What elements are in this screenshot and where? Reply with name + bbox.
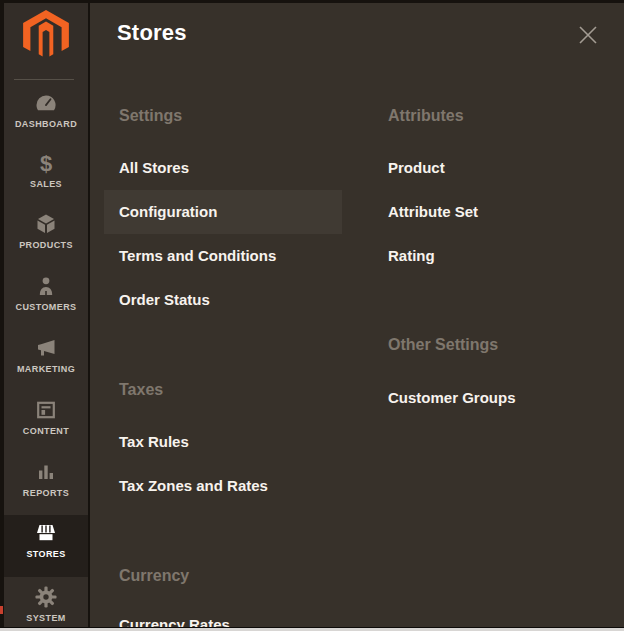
- menu-item-currency-rates[interactable]: Currency Rates: [104, 603, 342, 627]
- stores-flyout-menu: Stores Settings All Stores Configuration…: [90, 3, 624, 627]
- menu-item-tax-rules[interactable]: Tax Rules: [104, 420, 342, 464]
- admin-sidebar: DASHBOARD $ SALES PRODUCTS CUSTOMERS MAR…: [4, 3, 88, 627]
- section-header-other-settings: Other Settings: [388, 335, 498, 355]
- sidebar-item-label: CONTENT: [23, 426, 69, 436]
- sidebar-item-system[interactable]: SYSTEM: [4, 585, 88, 623]
- sidebar-item-sales[interactable]: $ SALES: [4, 151, 88, 189]
- sidebar-divider: [14, 79, 74, 80]
- sidebar-item-label: SYSTEM: [26, 613, 65, 623]
- bar-chart-icon: [34, 460, 58, 484]
- page-behind-strip: [0, 627, 624, 631]
- dashboard-gauge-icon: [34, 91, 58, 115]
- section-header-attributes: Attributes: [388, 106, 464, 126]
- section-header-currency: Currency: [119, 566, 189, 586]
- close-icon[interactable]: [576, 23, 600, 47]
- menu-item-configuration[interactable]: Configuration: [104, 190, 342, 234]
- menu-item-order-status[interactable]: Order Status: [104, 278, 342, 322]
- storefront-icon: [34, 521, 58, 545]
- menu-item-tax-zones-and-rates[interactable]: Tax Zones and Rates: [104, 464, 342, 508]
- sidebar-item-label: CUSTOMERS: [16, 302, 77, 312]
- sidebar-item-reports[interactable]: REPORTS: [4, 460, 88, 498]
- person-icon: [34, 274, 58, 298]
- menu-item-customer-groups[interactable]: Customer Groups: [372, 376, 610, 420]
- dollar-icon: $: [34, 151, 58, 175]
- sidebar-item-label: PRODUCTS: [19, 240, 73, 250]
- menu-item-terms-and-conditions[interactable]: Terms and Conditions: [104, 234, 342, 278]
- sidebar-item-stores[interactable]: STORES: [4, 515, 88, 577]
- section-header-settings: Settings: [119, 106, 182, 126]
- megaphone-icon: [34, 336, 58, 360]
- sidebar-item-label: REPORTS: [23, 488, 69, 498]
- sidebar-item-products[interactable]: PRODUCTS: [4, 212, 88, 250]
- sidebar-item-marketing[interactable]: MARKETING: [4, 336, 88, 374]
- sidebar-item-content[interactable]: CONTENT: [4, 398, 88, 436]
- sidebar-item-label: MARKETING: [17, 364, 75, 374]
- magento-admin-stores-menu-screen: DASHBOARD $ SALES PRODUCTS CUSTOMERS MAR…: [0, 0, 624, 631]
- menu-item-rating[interactable]: Rating: [372, 234, 610, 278]
- flyout-title: Stores: [117, 20, 187, 46]
- sidebar-item-label: SALES: [30, 179, 62, 189]
- menu-item-attribute-set[interactable]: Attribute Set: [372, 190, 610, 234]
- sidebar-item-label: STORES: [26, 549, 65, 559]
- svg-text:$: $: [40, 151, 52, 175]
- menu-item-product[interactable]: Product: [372, 146, 610, 190]
- menu-item-all-stores[interactable]: All Stores: [104, 146, 342, 190]
- magento-logo-icon: [20, 9, 72, 61]
- layout-icon: [34, 398, 58, 422]
- left-edge-artifact: [0, 606, 3, 614]
- box-icon: [34, 212, 58, 236]
- sidebar-item-dashboard[interactable]: DASHBOARD: [4, 91, 88, 129]
- sidebar-item-customers[interactable]: CUSTOMERS: [4, 274, 88, 312]
- magento-logo[interactable]: [20, 9, 72, 61]
- section-header-taxes: Taxes: [119, 380, 163, 400]
- sidebar-item-label: DASHBOARD: [15, 119, 77, 129]
- gear-icon: [34, 585, 58, 609]
